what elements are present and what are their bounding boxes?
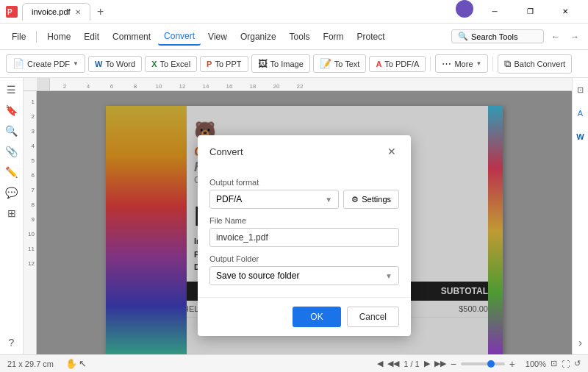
menu-view[interactable]: View	[202, 29, 233, 45]
sidebar-menu-icon[interactable]: ☰	[3, 81, 21, 99]
page-total: 1	[415, 360, 420, 368]
toolbar-sep-2	[492, 57, 493, 71]
active-tab[interactable]: invoice.pdf ✕	[22, 3, 90, 21]
right-sidebar-icon-2[interactable]: A	[572, 104, 589, 122]
menu-protect[interactable]: Protect	[351, 29, 391, 45]
document-area: 2 4 6 8 10 12 14 16 18 20 22 1 2 3 4 5 6	[24, 78, 572, 354]
file-name-input[interactable]	[209, 228, 399, 247]
zoom-thumb	[487, 360, 495, 368]
cancel-button[interactable]: Cancel	[347, 307, 399, 327]
menu-edit[interactable]: Edit	[78, 29, 105, 45]
svg-text:P: P	[7, 8, 12, 16]
ruler-v-wrapper: 1 2 3 4 5 6 7 8 9 10 11 12	[24, 91, 572, 354]
to-pdfa-icon: A	[376, 60, 381, 68]
select-tool-icon[interactable]: ↖	[79, 358, 87, 369]
sidebar-layers-icon[interactable]: ⊞	[3, 204, 21, 222]
window-controls: ─ ❐ ✕	[456, 0, 582, 24]
to-image-btn[interactable]: 🖼 To Image	[251, 54, 310, 73]
page-prev-btn[interactable]: ◀	[377, 359, 383, 368]
dialog-close-btn[interactable]: ✕	[384, 144, 399, 159]
window-minimize-btn[interactable]: ─	[478, 0, 512, 24]
settings-btn[interactable]: ⚙ Settings	[343, 190, 399, 209]
hand-tool-icon[interactable]: ✋	[65, 358, 77, 369]
page-current: 1	[404, 360, 408, 368]
toolbar: 📄 Create PDF ▼ W To Word X To Excel P To…	[0, 50, 588, 78]
dialog-header: Convert ✕	[198, 135, 411, 165]
new-tab-btn[interactable]: +	[92, 3, 110, 21]
window-restore-btn[interactable]: ❐	[513, 0, 547, 24]
file-name-label: File Name	[209, 216, 399, 225]
to-excel-btn[interactable]: X To Excel	[145, 56, 197, 72]
nav-forward-btn[interactable]: →	[567, 30, 582, 43]
more-label: More	[454, 60, 473, 68]
menu-organize[interactable]: Organize	[234, 29, 282, 45]
page-last-btn[interactable]: ▶▶	[434, 359, 446, 368]
to-ppt-btn[interactable]: P To PPT	[200, 56, 248, 72]
right-sidebar-scroll-down[interactable]: ›	[572, 334, 589, 351]
to-word-btn[interactable]: W To Word	[88, 56, 142, 72]
sidebar-search-icon[interactable]: 🔍	[3, 122, 21, 140]
page-next-btn[interactable]: ▶	[424, 359, 430, 368]
sidebar-edit-icon[interactable]: ✏️	[3, 163, 21, 181]
zoom-out-btn[interactable]: −	[451, 358, 456, 370]
window-close-btn[interactable]: ✕	[548, 0, 582, 24]
sidebar-help-icon[interactable]: ?	[3, 334, 21, 351]
output-folder-label: Output Folder	[209, 254, 399, 263]
batch-convert-icon: ⧉	[504, 58, 511, 70]
menu-file[interactable]: File	[6, 29, 32, 45]
menu-tools[interactable]: Tools	[284, 29, 316, 45]
to-ppt-icon: P	[207, 60, 212, 68]
batch-convert-btn[interactable]: ⧉ Batch Convert	[498, 54, 572, 74]
to-word-label: To Word	[105, 60, 135, 68]
settings-icon[interactable]: ↺	[574, 359, 581, 368]
nav-back-btn[interactable]: ←	[548, 30, 563, 43]
to-excel-icon: X	[151, 60, 157, 68]
sidebar-bookmark-icon[interactable]: 🔖	[3, 101, 21, 119]
output-format-select[interactable]: PDF/A ▼	[209, 190, 339, 209]
create-pdf-arrow: ▼	[73, 60, 79, 67]
page-first-btn[interactable]: ◀◀	[387, 359, 399, 368]
menu-separator	[36, 31, 37, 43]
output-folder-chevron: ▼	[385, 272, 392, 280]
output-folder-value: Save to source folder	[216, 271, 299, 281]
to-text-label: To Text	[334, 60, 360, 68]
menu-convert[interactable]: Convert	[158, 28, 201, 46]
output-folder-select[interactable]: Save to source folder ▼	[209, 266, 399, 285]
fit-page-btn[interactable]: ⊡	[551, 359, 557, 368]
right-sidebar-icon-3[interactable]: W	[572, 128, 589, 146]
ok-button[interactable]: OK	[293, 307, 340, 327]
zoom-slider[interactable]	[461, 362, 505, 365]
to-excel-label: To Excel	[160, 60, 191, 68]
sidebar-attachment-icon[interactable]: 📎	[3, 143, 21, 160]
search-tools-input[interactable]	[471, 32, 537, 41]
to-image-icon: 🖼	[258, 58, 268, 69]
to-pdfa-btn[interactable]: A To PDF/A	[369, 56, 426, 72]
ruler-tick-marks: 2 4 6 8 10 12 14 16 18 20 22	[53, 78, 572, 91]
document-scroll[interactable]: 🐻 COLORFUL HELMETS COMPANY Invoice	[37, 91, 572, 354]
to-text-btn[interactable]: 📝 To Text	[313, 54, 367, 73]
menu-comment[interactable]: Comment	[107, 29, 157, 45]
main-area: ☰ 🔖 🔍 📎 ✏️ 💬 ⊞ ? 2 4 6 8 10 12 14 16 18 …	[0, 78, 588, 354]
status-bar-right: ◀ ◀◀ 1 / 1 ▶ ▶▶ − + 100% ⊡ ⛶ ↺	[377, 358, 581, 370]
create-pdf-btn[interactable]: 📄 Create PDF ▼	[6, 54, 85, 73]
zoom-in-btn[interactable]: +	[509, 358, 515, 370]
to-pdfa-label: To PDF/A	[384, 60, 419, 68]
sidebar-comment-icon[interactable]: 💬	[3, 184, 21, 201]
more-btn[interactable]: ⋯ More ▼	[435, 54, 488, 73]
zoom-level: 100%	[520, 360, 546, 368]
left-sidebar: ☰ 🔖 🔍 📎 ✏️ 💬 ⊞ ?	[0, 78, 24, 354]
right-sidebar: ⊡ A W ›	[572, 78, 588, 354]
right-sidebar-icon-1[interactable]: ⊡	[572, 81, 589, 99]
search-icon: 🔍	[458, 32, 468, 41]
settings-icon: ⚙	[351, 195, 359, 204]
menu-home[interactable]: Home	[41, 29, 76, 45]
create-pdf-icon: 📄	[12, 58, 24, 69]
tab-close-btn[interactable]: ✕	[75, 8, 81, 16]
to-image-label: To Image	[270, 60, 304, 68]
settings-label: Settings	[362, 195, 391, 204]
output-format-select-wrap: PDF/A ▼	[209, 190, 339, 209]
menu-form[interactable]: Form	[318, 29, 350, 45]
user-avatar[interactable]	[456, 0, 473, 18]
page-indicator: 1 / 1	[404, 360, 419, 368]
fullscreen-btn[interactable]: ⛶	[562, 360, 570, 368]
